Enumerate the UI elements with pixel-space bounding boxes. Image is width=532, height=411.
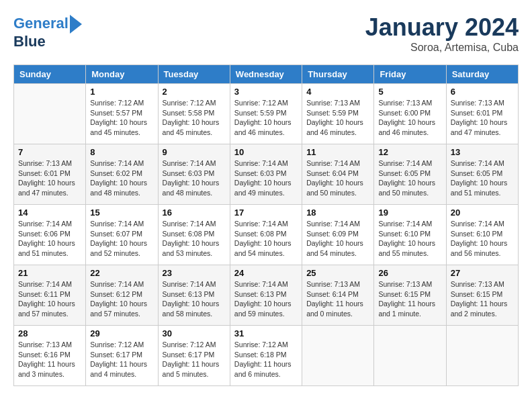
day-number: 18	[306, 208, 369, 218]
calendar-cell: 25Sunrise: 7:13 AM Sunset: 6:14 PM Dayli…	[302, 265, 374, 326]
day-number: 28	[18, 328, 81, 338]
week-row-2: 7Sunrise: 7:13 AM Sunset: 6:01 PM Daylig…	[14, 144, 519, 205]
day-info: Sunrise: 7:14 AM Sunset: 6:07 PM Dayligh…	[90, 219, 153, 259]
day-number: 4	[306, 87, 369, 97]
day-number: 13	[451, 147, 514, 157]
day-info: Sunrise: 7:14 AM Sunset: 6:02 PM Dayligh…	[90, 158, 153, 198]
calendar-cell	[374, 326, 446, 386]
day-number: 3	[234, 87, 298, 97]
day-info: Sunrise: 7:12 AM Sunset: 6:18 PM Dayligh…	[234, 340, 298, 379]
calendar-cell: 8Sunrise: 7:14 AM Sunset: 6:02 PM Daylig…	[86, 144, 158, 205]
calendar-cell	[446, 326, 518, 386]
calendar-cell: 12Sunrise: 7:14 AM Sunset: 6:05 PM Dayli…	[374, 144, 446, 205]
day-info: Sunrise: 7:14 AM Sunset: 6:10 PM Dayligh…	[451, 219, 514, 259]
weekday-header-monday: Monday	[86, 65, 158, 84]
day-info: Sunrise: 7:13 AM Sunset: 6:15 PM Dayligh…	[451, 279, 514, 319]
logo-text: General	[13, 15, 69, 32]
day-number: 22	[90, 268, 153, 278]
calendar-cell	[14, 84, 86, 144]
day-number: 17	[234, 208, 298, 218]
day-info: Sunrise: 7:13 AM Sunset: 6:01 PM Dayligh…	[451, 98, 514, 138]
day-info: Sunrise: 7:13 AM Sunset: 5:59 PM Dayligh…	[306, 98, 369, 138]
weekday-header-friday: Friday	[374, 65, 446, 84]
week-row-5: 28Sunrise: 7:13 AM Sunset: 6:16 PM Dayli…	[14, 326, 519, 386]
calendar-cell: 14Sunrise: 7:14 AM Sunset: 6:06 PM Dayli…	[14, 205, 86, 265]
day-number: 25	[306, 268, 369, 278]
day-info: Sunrise: 7:14 AM Sunset: 6:09 PM Dayligh…	[306, 219, 369, 259]
day-info: Sunrise: 7:12 AM Sunset: 5:59 PM Dayligh…	[234, 98, 298, 138]
day-info: Sunrise: 7:14 AM Sunset: 6:12 PM Dayligh…	[90, 279, 153, 319]
day-number: 8	[90, 147, 153, 157]
day-number: 21	[18, 268, 81, 278]
day-info: Sunrise: 7:13 AM Sunset: 6:01 PM Dayligh…	[18, 158, 81, 198]
calendar-cell: 2Sunrise: 7:12 AM Sunset: 5:58 PM Daylig…	[158, 84, 230, 144]
day-number: 15	[90, 208, 153, 218]
day-info: Sunrise: 7:13 AM Sunset: 6:14 PM Dayligh…	[306, 279, 369, 319]
day-number: 26	[378, 268, 441, 278]
day-info: Sunrise: 7:13 AM Sunset: 6:00 PM Dayligh…	[378, 98, 441, 138]
day-info: Sunrise: 7:14 AM Sunset: 6:05 PM Dayligh…	[378, 158, 441, 198]
calendar-cell: 21Sunrise: 7:14 AM Sunset: 6:11 PM Dayli…	[14, 265, 86, 326]
week-row-4: 21Sunrise: 7:14 AM Sunset: 6:11 PM Dayli…	[14, 265, 519, 326]
calendar-cell: 26Sunrise: 7:13 AM Sunset: 6:15 PM Dayli…	[374, 265, 446, 326]
calendar-table: SundayMondayTuesdayWednesdayThursdayFrid…	[13, 64, 519, 386]
day-info: Sunrise: 7:14 AM Sunset: 6:13 PM Dayligh…	[163, 279, 226, 319]
weekday-header-thursday: Thursday	[302, 65, 374, 84]
calendar-cell: 15Sunrise: 7:14 AM Sunset: 6:07 PM Dayli…	[86, 205, 158, 265]
calendar-cell: 3Sunrise: 7:12 AM Sunset: 5:59 PM Daylig…	[230, 84, 302, 144]
calendar-cell: 29Sunrise: 7:12 AM Sunset: 6:17 PM Dayli…	[86, 326, 158, 386]
day-info: Sunrise: 7:14 AM Sunset: 6:05 PM Dayligh…	[451, 158, 514, 198]
day-number: 29	[90, 328, 153, 338]
day-info: Sunrise: 7:14 AM Sunset: 6:03 PM Dayligh…	[234, 158, 298, 198]
calendar-cell: 24Sunrise: 7:14 AM Sunset: 6:13 PM Dayli…	[230, 265, 302, 326]
day-number: 30	[163, 328, 226, 338]
day-number: 1	[90, 87, 153, 97]
weekday-header-saturday: Saturday	[446, 65, 518, 84]
calendar-cell: 5Sunrise: 7:13 AM Sunset: 6:00 PM Daylig…	[374, 84, 446, 144]
location-title: Soroa, Artemisa, Cuba	[365, 42, 519, 54]
logo-blue: Blue	[13, 34, 82, 50]
calendar-cell: 31Sunrise: 7:12 AM Sunset: 6:18 PM Dayli…	[230, 326, 302, 386]
calendar-cell: 22Sunrise: 7:14 AM Sunset: 6:12 PM Dayli…	[86, 265, 158, 326]
week-row-3: 14Sunrise: 7:14 AM Sunset: 6:06 PM Dayli…	[14, 205, 519, 265]
day-info: Sunrise: 7:14 AM Sunset: 6:03 PM Dayligh…	[163, 158, 226, 198]
calendar-cell: 10Sunrise: 7:14 AM Sunset: 6:03 PM Dayli…	[230, 144, 302, 205]
logo: General Blue	[13, 13, 82, 50]
weekday-header-wednesday: Wednesday	[230, 65, 302, 84]
calendar-cell: 23Sunrise: 7:14 AM Sunset: 6:13 PM Dayli…	[158, 265, 230, 326]
day-number: 5	[378, 87, 441, 97]
day-number: 11	[306, 147, 369, 157]
day-number: 10	[234, 147, 298, 157]
day-info: Sunrise: 7:12 AM Sunset: 5:57 PM Dayligh…	[90, 98, 153, 138]
day-number: 14	[18, 208, 81, 218]
day-number: 24	[234, 268, 298, 278]
calendar-cell: 4Sunrise: 7:13 AM Sunset: 5:59 PM Daylig…	[302, 84, 374, 144]
month-title: January 2024	[365, 13, 519, 42]
calendar-cell	[302, 326, 374, 386]
weekday-header-row: SundayMondayTuesdayWednesdayThursdayFrid…	[14, 65, 519, 84]
calendar-cell: 27Sunrise: 7:13 AM Sunset: 6:15 PM Dayli…	[446, 265, 518, 326]
title-block: January 2024 Soroa, Artemisa, Cuba	[365, 13, 519, 54]
day-info: Sunrise: 7:14 AM Sunset: 6:08 PM Dayligh…	[163, 219, 226, 259]
day-info: Sunrise: 7:12 AM Sunset: 5:58 PM Dayligh…	[163, 98, 226, 138]
day-info: Sunrise: 7:13 AM Sunset: 6:15 PM Dayligh…	[378, 279, 441, 319]
calendar-cell: 9Sunrise: 7:14 AM Sunset: 6:03 PM Daylig…	[158, 144, 230, 205]
calendar-cell: 18Sunrise: 7:14 AM Sunset: 6:09 PM Dayli…	[302, 205, 374, 265]
week-row-1: 1Sunrise: 7:12 AM Sunset: 5:57 PM Daylig…	[14, 84, 519, 144]
day-number: 12	[378, 147, 441, 157]
day-info: Sunrise: 7:14 AM Sunset: 6:06 PM Dayligh…	[18, 219, 81, 259]
day-info: Sunrise: 7:14 AM Sunset: 6:13 PM Dayligh…	[234, 279, 298, 319]
day-number: 19	[378, 208, 441, 218]
calendar-cell: 20Sunrise: 7:14 AM Sunset: 6:10 PM Dayli…	[446, 205, 518, 265]
calendar-cell: 1Sunrise: 7:12 AM Sunset: 5:57 PM Daylig…	[86, 84, 158, 144]
calendar-cell: 19Sunrise: 7:14 AM Sunset: 6:10 PM Dayli…	[374, 205, 446, 265]
weekday-header-tuesday: Tuesday	[158, 65, 230, 84]
day-number: 23	[163, 268, 226, 278]
calendar-cell: 17Sunrise: 7:14 AM Sunset: 6:08 PM Dayli…	[230, 205, 302, 265]
day-number: 27	[451, 268, 514, 278]
day-info: Sunrise: 7:12 AM Sunset: 6:17 PM Dayligh…	[90, 340, 153, 379]
day-info: Sunrise: 7:13 AM Sunset: 6:16 PM Dayligh…	[18, 340, 81, 379]
day-number: 7	[18, 147, 81, 157]
day-info: Sunrise: 7:14 AM Sunset: 6:08 PM Dayligh…	[234, 219, 298, 259]
day-number: 2	[163, 87, 226, 97]
